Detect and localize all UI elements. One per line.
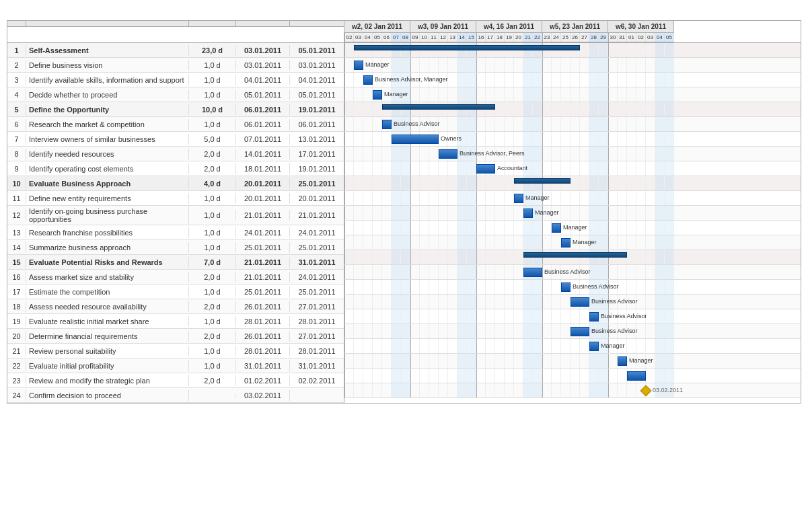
- day-cell-16: 18: [495, 33, 505, 42]
- task-name-21: Review personal suitability: [26, 346, 189, 356]
- task-dur-20: 2,0 d: [189, 331, 236, 342]
- task-name-4: Decide whether to proceed: [26, 89, 189, 100]
- week-label-4: w6, 30 Jan 2011: [608, 21, 674, 32]
- task-num-15: 15: [7, 257, 26, 268]
- task-finish-20: 27.01.2011: [290, 331, 344, 342]
- task-start-10: 20.01.2011: [236, 178, 290, 189]
- col-header-num: [7, 21, 26, 26]
- task-dur-13: 1,0 d: [189, 227, 236, 238]
- task-num-9: 9: [7, 163, 26, 174]
- bar-label-6: Business Advisor: [394, 120, 440, 127]
- task-finish-6: 06.01.2011: [290, 119, 344, 130]
- task-dur-10: 4,0 d: [189, 178, 236, 189]
- day-cell-33: 04: [655, 33, 665, 42]
- gantt-header: w2, 02 Jan 2011w3, 09 Jan 2011w4, 16 Jan…: [7, 21, 801, 43]
- day-cell-7: 09: [410, 33, 420, 42]
- col-header-duration: [189, 21, 236, 26]
- task-row-15: 15Evaluate Potential Risks and Rewards7,…: [7, 255, 344, 270]
- task-row-2: 2Define business vision1,0 d03.01.201103…: [7, 58, 344, 73]
- task-name-23: Review and modify the strategic plan: [26, 375, 189, 386]
- day-cell-10: 12: [439, 33, 448, 42]
- task-name-11: Define new entity requirements: [26, 193, 189, 204]
- task-finish-12: 21.01.2011: [290, 210, 344, 221]
- task-dur-8: 2,0 d: [189, 149, 236, 159]
- week-label-1: w3, 09 Jan 2011: [410, 21, 476, 32]
- task-row-21: 21Review personal suitability1,0 d28.01.…: [7, 344, 344, 358]
- col-header-finish: [290, 21, 344, 26]
- chart-row-22: Manager: [344, 354, 801, 369]
- day-cell-9: 11: [429, 33, 439, 42]
- task-dur-23: 2,0 d: [189, 375, 236, 386]
- task-start-13: 24.01.2011: [236, 227, 290, 238]
- task-num-1: 1: [7, 45, 26, 56]
- bar-label-17: Business Advisor: [573, 283, 619, 290]
- bar-label-24: 03.02.2011: [653, 387, 683, 393]
- gantt-bar-21: [589, 342, 599, 351]
- gantt-bar-14: [561, 238, 571, 248]
- day-header: 0203040506070809101112131415161718192021…: [344, 33, 674, 42]
- task-row-20: 20Determine financial requirements2,0 d2…: [7, 329, 344, 344]
- task-row-6: 6Research the market & competition1,0 d0…: [7, 117, 344, 132]
- task-name-15: Evaluate Potential Risks and Rewards: [26, 257, 189, 268]
- day-cell-0: 02: [344, 33, 354, 42]
- task-finish-11: 20.01.2011: [290, 193, 344, 204]
- chart-row-24: 03.02.2011: [344, 383, 801, 398]
- day-cell-22: 24: [552, 33, 561, 42]
- task-dur-22: 1,0 d: [189, 360, 236, 371]
- gantt-bar-4: [373, 90, 382, 100]
- task-row-1: 1Self-Assessment23,0 d03.01.201105.01.20…: [7, 43, 344, 58]
- chart-row-3: Business Advisor, Manager: [344, 73, 801, 87]
- task-name-2: Define business vision: [26, 60, 189, 71]
- chart-rows: ManagerBusiness Advisor, ManagerManagerB…: [344, 43, 801, 403]
- chart-row-2: Manager: [344, 58, 801, 73]
- chart-row-12: Manager: [344, 206, 801, 221]
- task-start-7: 07.01.2011: [236, 134, 290, 145]
- bar-label-22: Manager: [629, 357, 653, 364]
- task-name-7: Interview owners of similar businesses: [26, 134, 189, 145]
- task-start-2: 03.01.2011: [236, 60, 290, 71]
- gantt-bar-20: [571, 327, 589, 336]
- gantt-bar-17: [561, 282, 571, 292]
- task-name-16: Assess market size and stability: [26, 272, 189, 282]
- chart-row-20: Business Advisor: [344, 324, 801, 339]
- task-num-18: 18: [7, 301, 26, 312]
- chart-row-15: [344, 250, 801, 265]
- task-dur-9: 2,0 d: [189, 163, 236, 174]
- task-num-14: 14: [7, 242, 26, 253]
- day-cell-24: 26: [571, 33, 580, 42]
- task-name-5: Define the Opportunity: [26, 104, 189, 115]
- task-dur-17: 1,0 d: [189, 287, 236, 297]
- task-num-21: 21: [7, 346, 26, 356]
- task-name-18: Assess needed resource availability: [26, 301, 189, 312]
- task-num-8: 8: [7, 149, 26, 159]
- task-dur-11: 1,0 d: [189, 193, 236, 204]
- chart-row-6: Business Advisor: [344, 117, 801, 132]
- task-finish-19: 28.01.2011: [290, 316, 344, 327]
- gantt-bar-8: [439, 149, 457, 159]
- task-name-10: Evaluate Business Approach: [26, 178, 189, 189]
- chart-row-1: [344, 43, 801, 58]
- chart-row-4: Manager: [344, 87, 801, 102]
- task-dur-3: 1,0 d: [189, 75, 236, 85]
- task-start-20: 26.01.2011: [236, 331, 290, 342]
- task-num-11: 11: [7, 193, 26, 204]
- day-cell-13: 15: [467, 33, 476, 42]
- task-start-17: 25.01.2011: [236, 287, 290, 297]
- task-start-15: 21.01.2011: [236, 257, 290, 268]
- task-num-19: 19: [7, 316, 26, 327]
- day-cell-23: 25: [561, 33, 571, 42]
- task-dur-18: 2,0 d: [189, 301, 236, 312]
- task-dur-21: 1,0 d: [189, 346, 236, 356]
- task-name-8: Identify needed resources: [26, 149, 189, 159]
- chart-row-10: [344, 176, 801, 191]
- gantt-bar-18: [571, 297, 589, 307]
- task-num-12: 12: [7, 210, 26, 221]
- task-row-19: 19Evaluate realistic initial market shar…: [7, 314, 344, 329]
- task-num-23: 23: [7, 375, 26, 386]
- gantt-bar-23: [627, 371, 646, 381]
- task-row-5: 5Define the Opportunity10,0 d06.01.20111…: [7, 102, 344, 117]
- task-start-24: 03.02.2011: [236, 390, 290, 401]
- task-finish-22: 31.01.2011: [290, 360, 344, 371]
- day-cell-3: 05: [373, 33, 382, 42]
- gantt-bar-5: [382, 104, 495, 110]
